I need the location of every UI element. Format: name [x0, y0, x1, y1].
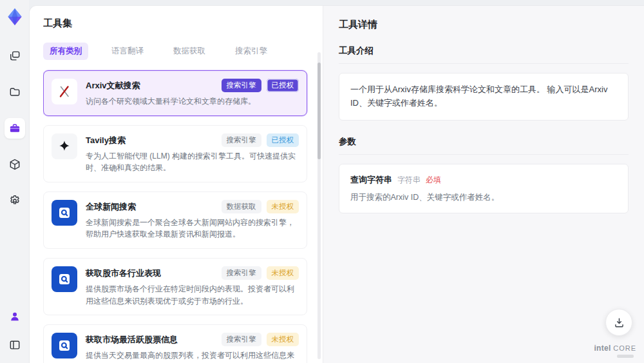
rail-nav	[5, 46, 25, 211]
category-badge: 搜索引擎	[222, 133, 261, 147]
list-scrollbar[interactable]	[317, 52, 321, 359]
user-account-button[interactable]	[5, 306, 25, 327]
user-icon	[8, 310, 21, 323]
main-surface: 工具集 所有类别 语言翻译 数据获取 搜索引擎	[29, 5, 644, 363]
param-card: 查询字符串 字符串 必填 用于搜索的Arxiv ID、关键字或作者姓名。	[339, 164, 629, 213]
folder-icon	[8, 86, 21, 99]
nav-settings-button[interactable]	[5, 190, 25, 211]
toggle-panel-button[interactable]	[5, 335, 25, 355]
param-name: 查询字符串	[350, 174, 392, 186]
params-heading: 参数	[339, 136, 629, 155]
auth-status-badge: 已授权	[267, 79, 299, 92]
category-badge: 数据获取	[222, 200, 261, 213]
auth-status-badge: 未授权	[267, 333, 299, 346]
news-search-logo-icon	[52, 333, 77, 358]
nav-files-button[interactable]	[5, 82, 25, 103]
sidebar-layout-icon	[8, 338, 21, 351]
tool-card-sector-performance[interactable]: 获取股市各行业表现 提供股票市场各个行业在特定时间段内的表现。投资者可以利用这些…	[43, 258, 307, 315]
intel-core-sub-mark	[617, 355, 634, 358]
page-title: 工具集	[43, 17, 307, 30]
tool-detail-panel: 工具详情 工具介绍 一个用于从Arxiv存储库搜索科学论文和文章的工具。 输入可…	[323, 6, 644, 363]
left-rail	[0, 0, 29, 363]
cube-icon	[8, 158, 21, 171]
param-required-flag: 必填	[426, 175, 441, 186]
scrollbar-thumb[interactable]	[317, 63, 321, 159]
news-search-logo-icon	[52, 266, 77, 292]
tab-search-engine[interactable]: 搜索引擎	[229, 43, 274, 60]
briefcase-icon	[8, 122, 21, 135]
param-description: 用于搜索的Arxiv ID、关键字或作者姓名。	[350, 192, 617, 203]
tool-card-global-news[interactable]: 全球新闻搜索 全球新闻搜索是一个聚合全球各大新闻网站内容的搜索引擎，帮助用户快速…	[43, 191, 307, 249]
intel-wordmark: intel	[594, 344, 611, 353]
auth-status-badge: 未授权	[267, 200, 299, 213]
app-window: 工具集 所有类别 语言翻译 数据获取 搜索引擎	[0, 0, 644, 363]
tab-all-categories[interactable]: 所有类别	[43, 43, 88, 60]
tab-data-fetch[interactable]: 数据获取	[167, 43, 212, 60]
tavily-logo-icon	[52, 133, 77, 159]
tool-card-active-stocks[interactable]: 获取市场最活跃股票信息 提供当天交易量最高的股票列表，投资者可以利用这些信息来识…	[43, 324, 307, 363]
tool-description: 全球新闻搜索是一个聚合全球各大新闻网站内容的搜索引擎，帮助用户快速获取全球最新资…	[86, 217, 299, 240]
intro-card: 一个用于从Arxiv存储库搜索科学论文和文章的工具。 输入可以是Arxiv ID…	[339, 73, 629, 121]
chat-icon	[8, 50, 21, 63]
detail-title: 工具详情	[339, 19, 629, 31]
category-badge: 搜索引擎	[222, 266, 261, 280]
nav-chat-button[interactable]	[5, 46, 25, 66]
rail-bottom	[5, 306, 25, 363]
arxiv-logo-icon	[52, 79, 77, 104]
intel-core-logo: intel CORE	[594, 344, 636, 358]
download-button[interactable]	[605, 309, 632, 336]
nav-plugins-button[interactable]	[5, 154, 25, 175]
auth-status-badge: 已授权	[267, 133, 299, 147]
category-tabs: 所有类别 语言翻译 数据获取 搜索引擎	[43, 43, 307, 60]
download-icon	[613, 317, 625, 329]
tool-list-panel: 工具集 所有类别 语言翻译 数据获取 搜索引擎	[30, 6, 323, 363]
news-search-logo-icon	[52, 200, 77, 226]
tool-description: 提供股票市场各个行业在特定时间段内的表现。投资者可以利用这些信息来识别表现优于或…	[86, 283, 299, 307]
nav-tools-button[interactable]	[5, 118, 25, 139]
category-badge: 搜索引擎	[222, 79, 261, 92]
tool-card-arxiv[interactable]: Arxiv文献搜索 访问各个研究领域大量科学论文和文章的存储库。 搜索引擎 已授…	[43, 70, 307, 116]
gear-icon	[8, 194, 21, 207]
auth-status-badge: 未授权	[267, 266, 299, 280]
tool-card-tavily[interactable]: Tavily搜索 专为人工智能代理 (LLM) 构建的搜索引擎工具。可快速提供实…	[43, 125, 307, 182]
app-logo-icon	[5, 7, 24, 26]
tab-translation[interactable]: 语言翻译	[105, 43, 150, 60]
tool-description: 专为人工智能代理 (LLM) 构建的搜索引擎工具。可快速提供实时、准确和真实的结…	[86, 150, 299, 174]
intro-heading: 工具介绍	[339, 45, 629, 64]
param-type: 字符串	[397, 175, 421, 186]
core-wordmark: CORE	[613, 344, 636, 352]
intro-text: 一个用于从Arxiv存储库搜索科学论文和文章的工具。 输入可以是Arxiv ID…	[350, 83, 617, 110]
tool-description: 访问各个研究领域大量科学论文和文章的存储库。	[86, 95, 299, 108]
tool-description: 提供当天交易量最高的股票列表，投资者可以利用这些信息来识别流动性强的股票和潜在的…	[86, 349, 299, 363]
category-badge: 搜索引擎	[222, 333, 261, 346]
